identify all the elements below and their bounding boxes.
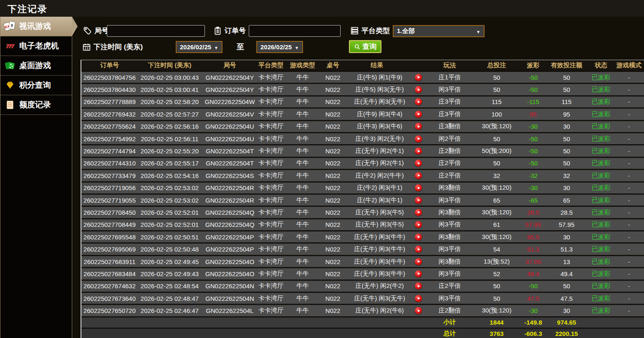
cell-status: 已派彩 <box>588 270 614 278</box>
cell-platform: 卡卡湾厅 <box>258 122 284 130</box>
cell-payout: -50 <box>522 282 545 290</box>
cell-order: 260225027695548 <box>81 234 138 241</box>
replay-button[interactable] <box>415 234 422 241</box>
table-row: 2602250276950692026-02-25 02:50:48GN0222… <box>81 244 644 256</box>
cell-table-number: N022 <box>321 246 344 253</box>
play-icon <box>418 199 420 201</box>
sidebar-item-points-query[interactable]: 积分查询 <box>0 76 72 95</box>
play-icon <box>418 211 420 213</box>
cell-table-number: N022 <box>321 135 344 142</box>
replay-button[interactable] <box>415 246 422 253</box>
cell-total-bet: 30(预:120) <box>472 122 522 130</box>
date-to-select[interactable]: 2026/02/25 <box>256 41 303 53</box>
cell-valid-bet: 28.5 <box>545 209 588 216</box>
date-from-select[interactable]: 2026/02/25 <box>176 41 222 53</box>
replay-button[interactable] <box>415 282 422 290</box>
cell-platform: 卡卡湾厅 <box>258 233 284 241</box>
cell-payout: 37.05 <box>522 258 545 265</box>
cell-result: 庄(牛3) 闲3(牛6) <box>344 122 428 130</box>
cell-game-mode: - <box>614 172 644 179</box>
cell-table-number: N022 <box>321 160 344 167</box>
cell-round: GN0222622504N <box>202 295 258 302</box>
replay-button[interactable] <box>415 147 422 155</box>
cell-game-type: 牛牛 <box>284 110 321 118</box>
replay-button[interactable] <box>415 270 422 277</box>
cell-round: GN0222622504P <box>202 246 258 253</box>
replay-button[interactable] <box>415 123 422 130</box>
cell-play-type: 庄3平倍 <box>428 98 472 106</box>
sidebar-item-label: 视讯游戏 <box>19 21 51 32</box>
cell-game-mode: - <box>614 295 644 302</box>
replay-button[interactable] <box>415 184 422 191</box>
cell-game-type: 牛牛 <box>284 172 321 180</box>
cell-result: 庄(无牛) 闲3(牛牛) <box>344 258 428 266</box>
replay-button[interactable] <box>415 98 422 105</box>
sidebar-item-table-games[interactable]: 桌面游戏 <box>0 56 72 76</box>
cell-payout: -115 <box>522 98 545 105</box>
replay-button[interactable] <box>415 258 422 265</box>
cell-total-bet: 13(预:52) <box>472 258 522 266</box>
replay-button[interactable] <box>415 221 422 228</box>
cell-game-mode: - <box>614 270 644 277</box>
replay-button[interactable] <box>415 197 422 204</box>
sidebar-item-video-games[interactable]: K♥9视讯游戏 <box>0 17 72 36</box>
play-icon <box>418 224 420 226</box>
chevron-down-icon <box>476 28 480 35</box>
cell-game-mode: - <box>614 246 644 253</box>
cell-play-type: 闲3平倍 <box>428 221 472 229</box>
cell-round: GN0222622504Y <box>202 86 258 93</box>
cell-order: 260225027744794 <box>81 147 138 155</box>
table-row: 2602250277549922026-02-25 02:56:11GN0222… <box>81 133 644 145</box>
play-icon <box>418 125 420 128</box>
cell-time: 2026-02-25 02:58:20 <box>138 98 202 105</box>
table-row: 2602250277084502026-02-25 02:52:01GN0222… <box>81 207 644 219</box>
cell-game-mode: - <box>614 123 644 130</box>
cell-status: 已派彩 <box>588 86 614 94</box>
cell-status: 已派彩 <box>588 172 614 180</box>
replay-button[interactable] <box>415 86 422 93</box>
order-number-input[interactable] <box>249 25 341 37</box>
replay-button[interactable] <box>415 209 422 216</box>
round-number-input[interactable] <box>107 25 205 37</box>
replay-button[interactable] <box>415 111 422 118</box>
replay-button[interactable] <box>415 160 422 167</box>
table-row: 2602250277788892026-02-25 02:58:20GN0222… <box>81 97 644 109</box>
cell-valid-bet: 115 <box>545 98 588 105</box>
play-icon <box>418 310 420 312</box>
cell-payout: 85.5 <box>522 234 545 241</box>
platform-type-select[interactable]: 1.全部 <box>393 25 485 37</box>
cell-order: 260225027683484 <box>81 270 138 277</box>
sidebar-item-slot-machine[interactable]: 777电子老虎机 <box>0 36 72 56</box>
cell-platform: 卡卡湾厅 <box>258 258 284 266</box>
cell-platform: 卡卡湾厅 <box>258 86 284 94</box>
search-button[interactable]: 查询 <box>349 40 381 53</box>
cell-game-type: 牛牛 <box>284 208 321 216</box>
play-icon <box>418 174 420 177</box>
cell-round: GN0222622504R <box>202 184 258 191</box>
total-row: 总计3763-606.32200.15 <box>81 329 644 338</box>
cell-platform: 卡卡湾厅 <box>258 172 284 180</box>
cell-play-type: 闲3平倍 <box>428 86 472 94</box>
cell-time: 2026-02-25 03:00:43 <box>138 74 202 81</box>
replay-button[interactable] <box>415 74 422 81</box>
cell-payout: -50 <box>522 147 545 155</box>
cell-valid-bet: 65 <box>545 197 588 204</box>
cell-result: 庄(无牛) 闲3(无牛) <box>344 98 428 106</box>
round-number-label: 局号 <box>83 26 109 36</box>
cell-order: 260225027778889 <box>81 98 138 105</box>
table-row: 2602250276736402026-02-25 02:48:47GN0222… <box>81 293 644 305</box>
cell-status: 已派彩 <box>588 245 614 253</box>
replay-button[interactable] <box>415 307 422 314</box>
cell-game-mode: - <box>614 135 644 142</box>
replay-button[interactable] <box>415 295 422 302</box>
table-body: 2602250378047562026-02-25 03:00:43GN0222… <box>81 72 644 338</box>
search-icon <box>354 43 361 50</box>
replay-button[interactable] <box>415 172 422 179</box>
cell-status: 已派彩 <box>588 98 614 106</box>
sidebar-item-quota-records[interactable]: 额度记录 <box>0 95 72 115</box>
cell-game-mode: - <box>614 160 644 167</box>
replay-button[interactable] <box>415 135 422 142</box>
cell-order: 260225027733479 <box>81 172 138 179</box>
summary-total-bet: 3763 <box>472 330 522 337</box>
bet-records-table: 订单号下注时间 (美东)局号平台类型游戏类型桌号结果玩法总投注派彩有效投注额状态… <box>81 60 644 338</box>
